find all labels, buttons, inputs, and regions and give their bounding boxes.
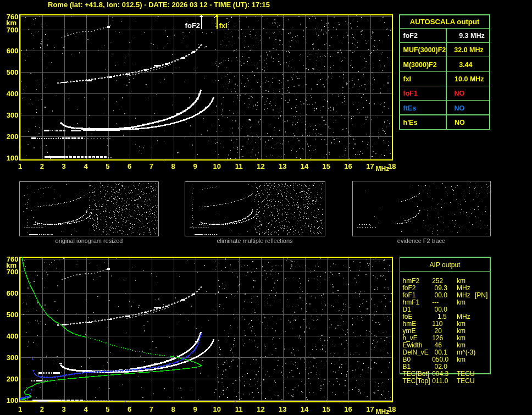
svg-text:02.0: 02.0 xyxy=(435,363,448,370)
svg-text:10.0 MHz: 10.0 MHz xyxy=(455,75,484,83)
svg-text:evidence F2 trace: evidence F2 trace xyxy=(397,237,445,244)
svg-text:700: 700 xyxy=(7,268,19,276)
svg-text:700: 700 xyxy=(7,26,19,34)
svg-text:MHz: MHz xyxy=(457,291,470,299)
svg-text:foF1: foF1 xyxy=(403,90,418,97)
svg-text:9: 9 xyxy=(193,405,197,413)
svg-text:6: 6 xyxy=(128,405,131,413)
svg-text:km: km xyxy=(457,356,465,363)
svg-text:14: 14 xyxy=(301,405,309,413)
svg-text:110: 110 xyxy=(432,320,442,328)
svg-text:500: 500 xyxy=(7,311,19,319)
svg-text:MHz: MHz xyxy=(376,165,390,173)
svg-text:TEC[Top]: TEC[Top] xyxy=(403,377,430,385)
svg-text:hmF2: hmF2 xyxy=(403,277,420,285)
svg-text:100: 100 xyxy=(7,396,19,405)
svg-text:300: 300 xyxy=(7,353,19,362)
svg-text:B1: B1 xyxy=(403,363,411,370)
svg-text:4: 4 xyxy=(84,405,88,413)
svg-text:17: 17 xyxy=(366,162,374,170)
svg-text:original ionogram resized: original ionogram resized xyxy=(56,237,123,244)
svg-text:8: 8 xyxy=(171,405,175,413)
svg-text:foF2: foF2 xyxy=(403,284,416,292)
svg-text:7: 7 xyxy=(149,405,153,413)
svg-text:fxI: fxI xyxy=(403,75,412,83)
svg-text:eliminate multiple reflections: eliminate multiple reflections xyxy=(217,237,293,244)
svg-text:M(3000)F2: M(3000)F2 xyxy=(403,61,437,69)
svg-text:1: 1 xyxy=(18,162,22,170)
svg-text:15: 15 xyxy=(323,162,330,170)
svg-text:foF2: foF2 xyxy=(185,21,200,30)
svg-text:9: 9 xyxy=(193,162,197,170)
svg-text:---: --- xyxy=(432,298,439,306)
svg-text:12: 12 xyxy=(257,405,264,413)
svg-text:2: 2 xyxy=(40,405,44,413)
svg-text:050.0: 050.0 xyxy=(432,356,448,363)
svg-text:fxI: fxI xyxy=(219,21,228,30)
svg-text:13: 13 xyxy=(279,162,286,170)
svg-text:11: 11 xyxy=(235,405,243,413)
svg-text:NO: NO xyxy=(455,119,465,126)
svg-text:km: km xyxy=(457,298,465,306)
svg-text:NO: NO xyxy=(455,104,465,112)
svg-text:004.3: 004.3 xyxy=(432,370,448,378)
svg-text:10: 10 xyxy=(213,162,221,170)
svg-text:300: 300 xyxy=(7,111,19,119)
svg-text:TEC[Bot]: TEC[Bot] xyxy=(403,370,430,378)
svg-text:foE: foE xyxy=(403,313,413,320)
svg-text:h'Es: h'Es xyxy=(403,119,418,126)
svg-text:MUF(3000)F2: MUF(3000)F2 xyxy=(403,46,446,54)
svg-text:09.3: 09.3 xyxy=(435,284,448,292)
svg-text:foF1: foF1 xyxy=(403,291,416,299)
svg-text:1: 1 xyxy=(18,405,22,413)
svg-text:2: 2 xyxy=(40,162,44,170)
svg-text:252: 252 xyxy=(432,277,443,285)
svg-text:32.0 MHz: 32.0 MHz xyxy=(454,46,484,54)
svg-text:8: 8 xyxy=(171,162,175,170)
svg-text:ymE: ymE xyxy=(403,327,416,335)
svg-text:DelN_vE: DelN_vE xyxy=(403,348,429,356)
svg-text:TECU: TECU xyxy=(457,370,475,378)
svg-text:D1: D1 xyxy=(403,306,412,313)
svg-text:011.0: 011.0 xyxy=(432,377,448,385)
svg-text:km: km xyxy=(457,327,465,335)
svg-text:15: 15 xyxy=(323,405,330,413)
svg-text:3: 3 xyxy=(62,162,66,170)
svg-text:km: km xyxy=(457,334,465,342)
svg-text:TECU: TECU xyxy=(457,377,475,385)
svg-text:20: 20 xyxy=(435,327,442,335)
svg-text:km: km xyxy=(457,320,465,328)
svg-text:00.0: 00.0 xyxy=(435,306,448,313)
svg-text:9.3 MHz: 9.3 MHz xyxy=(459,32,485,40)
svg-text:12: 12 xyxy=(257,162,264,170)
svg-text:7: 7 xyxy=(149,162,153,170)
svg-text:13: 13 xyxy=(279,405,286,413)
svg-text:200: 200 xyxy=(7,132,19,141)
svg-text:11: 11 xyxy=(235,162,243,170)
svg-text:hmE: hmE xyxy=(403,320,417,328)
svg-text:100: 100 xyxy=(7,154,19,162)
svg-text:h_vE: h_vE xyxy=(403,334,418,342)
svg-text:17: 17 xyxy=(366,405,374,413)
svg-text:NO: NO xyxy=(455,90,465,97)
svg-text:hmF1: hmF1 xyxy=(403,298,420,306)
svg-text:126: 126 xyxy=(432,334,443,342)
svg-text:3: 3 xyxy=(62,405,66,413)
svg-text:5: 5 xyxy=(106,162,109,170)
svg-text:5: 5 xyxy=(106,405,109,413)
svg-text:400: 400 xyxy=(7,90,19,98)
svg-text:16: 16 xyxy=(344,405,352,413)
svg-text:MHz: MHz xyxy=(376,408,390,415)
svg-text:00.0: 00.0 xyxy=(435,291,448,299)
svg-text:10: 10 xyxy=(213,405,221,413)
svg-text:AIP output: AIP output xyxy=(430,261,461,269)
svg-text:km: km xyxy=(457,341,465,349)
svg-text:AUTOSCALA output: AUTOSCALA output xyxy=(410,18,480,26)
svg-text:MHz: MHz xyxy=(457,313,470,320)
svg-text:foF2: foF2 xyxy=(403,32,418,40)
svg-text:B0: B0 xyxy=(403,356,411,363)
svg-text:Ewidth: Ewidth xyxy=(403,341,423,349)
svg-text:500: 500 xyxy=(7,68,19,76)
svg-text:[PN]: [PN] xyxy=(475,291,487,299)
svg-text:16: 16 xyxy=(344,162,352,170)
